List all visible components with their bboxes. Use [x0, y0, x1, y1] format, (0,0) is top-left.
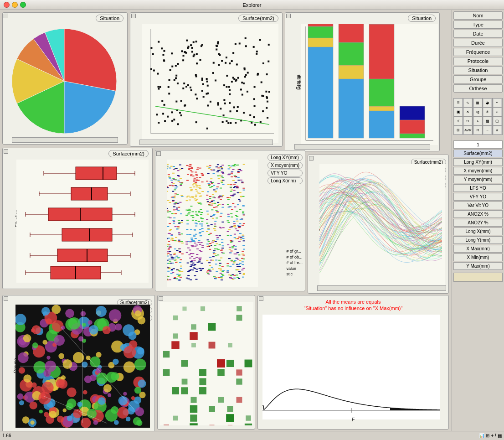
- icon-lambda[interactable]: λ: [473, 117, 482, 125]
- sidebar-var-ano2x[interactable]: ANO2X %: [453, 210, 503, 218]
- icon-pattern[interactable]: ▩: [483, 117, 492, 125]
- scatter-scrollbar[interactable]: [139, 140, 273, 145]
- sidebar-var-xmin[interactable]: X Min(mm): [453, 254, 503, 261]
- icon-hash[interactable]: #: [493, 126, 502, 135]
- pie-chart-canvas: [5, 22, 126, 143]
- strip-legends: Long XY(mm) X moyen(mm) VFY YO Long X(mm…: [267, 154, 303, 184]
- anova-message-2: "Situation" has no influence on "X Max(m…: [304, 305, 403, 311]
- window-controls: [4, 2, 26, 8]
- sidebar-var-varvityo[interactable]: Var Vit YO: [453, 202, 503, 209]
- panel-corner: [159, 296, 163, 301]
- status-plus-icon: +: [491, 433, 494, 438]
- app-title: Explorer: [243, 2, 262, 8]
- curve-panel: Surface(mm2) Long XY(mm) LFS YO Long Y(m…: [308, 155, 449, 294]
- status-bar: 1.66 📊 ⊞ + ! ▦: [0, 431, 504, 440]
- icon-star[interactable]: ✳: [483, 108, 492, 116]
- box-canvas: [16, 160, 149, 283]
- strip-stat-5: stic: [286, 271, 303, 277]
- sidebar-situation[interactable]: Situation: [453, 66, 503, 74]
- sidebar-duree[interactable]: Durée: [453, 39, 503, 47]
- sidebar-var-longx[interactable]: Long X(mm): [453, 228, 503, 235]
- sidebar-var-xmoyen[interactable]: X moyen(mm): [453, 167, 503, 175]
- strip-legend-1: Long XY(mm): [267, 154, 303, 161]
- panel-corner: [156, 151, 161, 156]
- sidebar-var-longy[interactable]: Long Y(mm): [453, 236, 503, 244]
- sidebar-orthese[interactable]: Orthèse: [453, 84, 503, 93]
- right-sidebar: Nom Type Date Durée Fréquence Protocole …: [452, 10, 504, 440]
- icon-r[interactable]: R: [473, 126, 482, 135]
- icon-tl[interactable]: TL: [463, 117, 472, 125]
- icon-sigma[interactable]: Σ: [493, 108, 502, 116]
- icon-line[interactable]: ∿: [463, 98, 472, 107]
- sidebar-frequence[interactable]: Fréquence: [453, 48, 503, 56]
- strip-legend-3: VFY YO: [267, 170, 303, 176]
- sidebar-var-ymax[interactable]: Y Max(mm): [453, 262, 503, 270]
- strip-stats: # of gr... # of ob... # of fre... value …: [286, 248, 303, 277]
- strip-legend-2: X moyen(mm): [267, 162, 303, 169]
- strip-stat-1: # of gr...: [286, 248, 303, 254]
- panel-corner: [4, 296, 8, 301]
- sidebar-type[interactable]: Type: [453, 21, 503, 29]
- pie-scrollbar[interactable]: [12, 137, 118, 143]
- icon-box2[interactable]: ▢: [493, 117, 502, 125]
- sidebar-groupe[interactable]: Groupe: [453, 75, 503, 83]
- icon-x[interactable]: ✕: [463, 108, 472, 116]
- scatter-canvas: [142, 24, 278, 143]
- icon-grid2[interactable]: ▣: [454, 108, 463, 116]
- sidebar-var-surface[interactable]: Surface(mm2): [453, 150, 503, 157]
- status-warning-icon: !: [495, 433, 496, 438]
- status-grid-icon: ⊞: [486, 433, 489, 438]
- panel-corner: [309, 156, 314, 160]
- status-chart-icon: 📊: [479, 433, 484, 438]
- icon-dots[interactable]: ⠒: [493, 98, 502, 107]
- sidebar-date[interactable]: Date: [453, 30, 503, 38]
- sidebar-var-vfyyo[interactable]: VFY YO: [453, 193, 503, 201]
- minimize-button[interactable]: [12, 2, 18, 8]
- icon-pie[interactable]: ◕: [483, 98, 492, 107]
- icon-wave[interactable]: ~: [483, 126, 492, 135]
- pie-chart-panel: Situation: [2, 12, 128, 145]
- panel-corner: [131, 14, 136, 18]
- icon-avr[interactable]: AVR: [463, 126, 472, 135]
- box-panel: Surface(mm2) Situation: [2, 148, 153, 289]
- maximize-button[interactable]: [20, 2, 26, 8]
- icon-ig[interactable]: Ig: [473, 108, 482, 116]
- scatter-title: Surface(mm2): [238, 15, 278, 22]
- sidebar-nom[interactable]: Nom: [453, 11, 503, 20]
- bubble-panel: Surface(mm2) Long XY(mm) Var Vit YO Grou…: [2, 295, 155, 436]
- icon-scatter[interactable]: ⠿: [454, 98, 463, 107]
- sidebar-number: 1: [453, 140, 503, 149]
- bar-top-canvas: [301, 24, 438, 145]
- strip-legend-4: Long X(mm): [267, 177, 303, 184]
- close-button[interactable]: [4, 2, 10, 8]
- panel-corner: [4, 149, 8, 154]
- icon-grid3[interactable]: ⊞: [454, 126, 463, 135]
- panel-corner: [286, 14, 291, 18]
- icon-grid: ⠿ ∿ ▦ ◕ ⠒ ▣ ✕ Ig ✳ Σ √ TL λ ▩ ▢ ⊞ AVR R …: [453, 98, 503, 135]
- main-content: Situation Surface(mm2) ANO2X % Situation…: [0, 10, 504, 440]
- sidebar-var-xmax[interactable]: X Max(mm): [453, 245, 503, 253]
- curve-scrollbar[interactable]: [317, 285, 446, 291]
- anova-panel: All the means are equals "Situation" has…: [257, 295, 449, 430]
- bar-top-panel: Situation Groupe Groupe: [285, 12, 440, 151]
- strip-canvas: [167, 160, 258, 287]
- status-table-icon: ▦: [498, 433, 502, 438]
- sidebar-var-ymoyen[interactable]: Y moyen(mm): [453, 176, 503, 183]
- title-bar: Explorer: [0, 0, 504, 10]
- sidebar-var-ano2y[interactable]: ANO2Y %: [453, 219, 503, 227]
- scatter-panel: Surface(mm2) ANO2X %: [130, 12, 283, 147]
- strip-stat-2: # of ob...: [286, 254, 303, 260]
- sidebar-protocole[interactable]: Protocole: [453, 57, 503, 65]
- box-title: Surface(mm2): [108, 150, 149, 157]
- icon-sqrt[interactable]: √: [454, 117, 463, 125]
- matrix-canvas: [160, 302, 253, 425]
- icon-bar[interactable]: ▦: [473, 98, 482, 107]
- anova-x-label: F: [352, 417, 355, 422]
- sidebar-var-longxy[interactable]: Long XY(mm): [453, 158, 503, 166]
- strip-stat-4: value: [286, 266, 303, 272]
- curve-canvas: [319, 164, 445, 290]
- sidebar-var-lfsyo[interactable]: LFS YO: [453, 184, 503, 192]
- strip-panel: Long XY(mm) X moyen(mm) VFY YO Long X(mm…: [155, 150, 305, 291]
- bar-top-scrollbar[interactable]: [294, 144, 430, 150]
- matrix-panel: [157, 295, 255, 430]
